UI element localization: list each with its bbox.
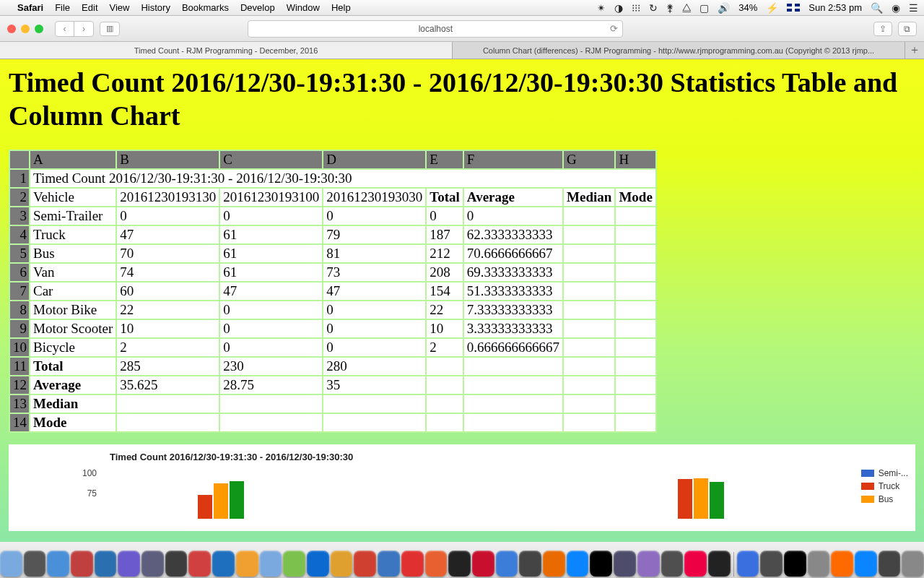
tab-timed-count[interactable]: Timed Count - RJM Programming - December… bbox=[0, 42, 453, 59]
menu-develop[interactable]: Develop bbox=[240, 2, 275, 13]
notification-icon[interactable]: ☰ bbox=[909, 2, 918, 14]
fullscreen-button[interactable] bbox=[35, 25, 43, 33]
wifi-icon[interactable]: ⧋ bbox=[682, 1, 691, 14]
tab-column-chart[interactable]: Column Chart (differences) - RJM Program… bbox=[453, 42, 905, 59]
dock-app[interactable] bbox=[567, 551, 589, 577]
col-head: D bbox=[323, 150, 426, 169]
address-text: localhost bbox=[419, 24, 453, 34]
row-num: 11 bbox=[9, 357, 30, 376]
bluetooth-icon[interactable]: ⚵ bbox=[666, 2, 674, 14]
dock-app[interactable] bbox=[831, 551, 853, 577]
tabs-button[interactable]: ⧉ bbox=[898, 22, 917, 36]
dock-app[interactable] bbox=[760, 551, 783, 577]
dock-app[interactable] bbox=[784, 551, 806, 577]
dock-app[interactable] bbox=[590, 551, 612, 577]
battery-percent[interactable]: 34% bbox=[738, 2, 757, 13]
cell: 0 bbox=[426, 207, 463, 225]
col-head: A bbox=[30, 150, 116, 169]
cell bbox=[426, 376, 463, 394]
dock-app[interactable] bbox=[95, 551, 117, 577]
dock-app[interactable] bbox=[425, 551, 448, 577]
dock-app[interactable] bbox=[236, 551, 258, 577]
cell: 73 bbox=[323, 263, 426, 282]
cell: 3.33333333333 bbox=[463, 319, 563, 338]
dock-app[interactable] bbox=[661, 551, 684, 577]
dock-app[interactable] bbox=[472, 551, 494, 577]
menu-window[interactable]: Window bbox=[287, 2, 320, 13]
dock-app[interactable] bbox=[902, 551, 924, 577]
siri-icon[interactable]: ◉ bbox=[892, 2, 900, 14]
menu-file[interactable]: File bbox=[55, 2, 70, 13]
flag-icon[interactable] bbox=[787, 4, 800, 12]
dock-app[interactable] bbox=[401, 551, 424, 577]
dock-app[interactable] bbox=[188, 551, 211, 577]
chart-legend: Semi-...TruckBus bbox=[861, 468, 908, 507]
dock-app[interactable] bbox=[737, 551, 759, 577]
dock-app[interactable] bbox=[260, 551, 282, 577]
dock-app[interactable] bbox=[118, 551, 140, 577]
address-bar[interactable]: localhost ⟳ bbox=[248, 20, 623, 38]
close-button[interactable] bbox=[7, 25, 16, 33]
reload-icon[interactable]: ⟳ bbox=[610, 23, 618, 34]
menu-edit[interactable]: Edit bbox=[82, 2, 97, 13]
dock-app[interactable] bbox=[141, 551, 164, 577]
dock-app[interactable] bbox=[0, 551, 22, 577]
volume-icon[interactable]: 🔊 bbox=[718, 2, 730, 14]
dock-app[interactable] bbox=[708, 551, 731, 577]
dock-app[interactable] bbox=[543, 551, 565, 577]
menu-view[interactable]: View bbox=[110, 2, 130, 13]
dock-app[interactable] bbox=[614, 551, 636, 577]
dock-app[interactable] bbox=[519, 551, 541, 577]
cell: 10 bbox=[426, 319, 463, 338]
dock-separator bbox=[733, 552, 734, 577]
cell bbox=[563, 394, 615, 413]
cell: 0.666666666667 bbox=[463, 338, 563, 357]
dock-app[interactable] bbox=[378, 551, 400, 577]
col-head: E bbox=[426, 150, 463, 169]
chart-bar bbox=[694, 478, 708, 519]
menu-help[interactable]: Help bbox=[331, 2, 351, 13]
menubar-app-name[interactable]: Safari bbox=[17, 2, 43, 13]
dock-app[interactable] bbox=[71, 551, 93, 577]
bar-group bbox=[182, 468, 244, 519]
dock-app[interactable] bbox=[24, 551, 46, 577]
dock-app[interactable] bbox=[496, 551, 518, 577]
menubar-clock[interactable]: Sun 2:53 pm bbox=[808, 2, 862, 13]
minimize-button[interactable] bbox=[21, 25, 30, 33]
cell: Motor Scooter bbox=[30, 319, 116, 338]
dock-app[interactable] bbox=[212, 551, 235, 577]
cell bbox=[563, 225, 615, 244]
dock-app[interactable] bbox=[47, 551, 69, 577]
dock-app[interactable] bbox=[448, 551, 471, 577]
dock-app[interactable] bbox=[879, 551, 901, 577]
share-button[interactable]: ⇪ bbox=[873, 22, 892, 36]
back-button[interactable]: ‹ bbox=[56, 22, 74, 36]
dock-app[interactable] bbox=[808, 551, 830, 577]
dock-app[interactable] bbox=[307, 551, 329, 577]
timemachine-icon[interactable]: ↻ bbox=[649, 2, 658, 14]
dock-app[interactable] bbox=[684, 551, 707, 577]
chart-title: Timed Count 2016/12/30-19:31:30 - 2016/1… bbox=[110, 452, 908, 462]
dock-app[interactable] bbox=[331, 551, 353, 577]
cell: Semi-Trailer bbox=[30, 207, 116, 225]
status-icon[interactable]: ✴ bbox=[597, 2, 606, 14]
dock-app[interactable] bbox=[165, 551, 188, 577]
forward-button[interactable]: › bbox=[74, 22, 93, 36]
cell: 20161230193030 bbox=[323, 188, 426, 207]
cell: 280 bbox=[323, 357, 426, 376]
spotlight-icon[interactable]: 🔍 bbox=[871, 2, 883, 14]
dock-app[interactable] bbox=[855, 551, 877, 577]
status-icon[interactable]: ◑ bbox=[614, 2, 623, 14]
dock-app[interactable] bbox=[283, 551, 305, 577]
dock-app[interactable] bbox=[637, 551, 660, 577]
display-icon[interactable]: ▢ bbox=[699, 2, 709, 14]
menu-history[interactable]: History bbox=[141, 2, 170, 13]
cell: 61 bbox=[219, 225, 323, 244]
sidebar-toggle-button[interactable]: ▥ bbox=[100, 22, 120, 36]
legend-item: Bus bbox=[861, 494, 908, 504]
menu-bookmarks[interactable]: Bookmarks bbox=[182, 2, 229, 13]
dock-app[interactable] bbox=[354, 551, 376, 577]
new-tab-button[interactable]: ＋ bbox=[905, 42, 924, 59]
battery-icon[interactable]: ⚡ bbox=[766, 2, 778, 14]
status-icon[interactable]: ⁝⁝⁝ bbox=[632, 2, 640, 14]
